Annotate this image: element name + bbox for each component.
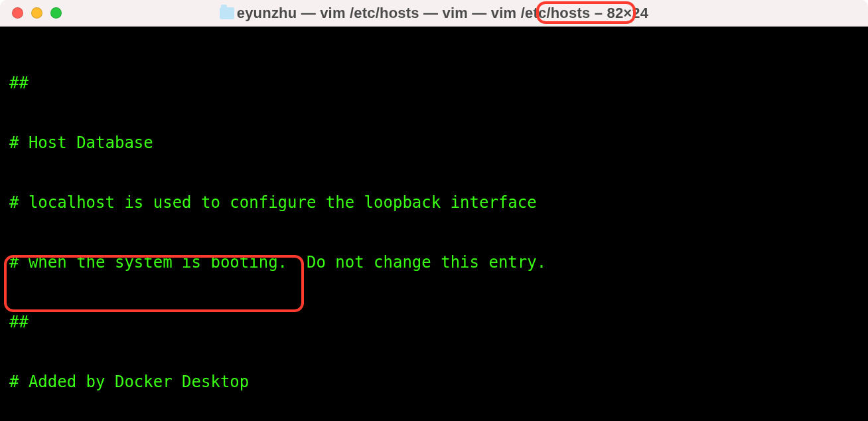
file-line: # localhost is used to configure the loo…: [9, 193, 859, 212]
maximize-button[interactable]: [50, 7, 62, 19]
file-line: # Added by Docker Desktop: [9, 372, 859, 392]
file-line: # when the system is booting. Do not cha…: [9, 252, 859, 272]
title-part-0: eyunzhu — vim /etc/hosts — vim — vim: [237, 5, 517, 22]
titlebar: eyunzhu — vim /etc/hosts — vim — vim /et…: [0, 0, 868, 27]
title-center: eyunzhu — vim /etc/hosts — vim — vim /et…: [0, 5, 868, 22]
terminal-body[interactable]: ## # Host Database # localhost is used t…: [0, 27, 868, 421]
file-line: ##: [9, 312, 859, 332]
folder-icon: [220, 7, 234, 19]
window-title: eyunzhu — vim /etc/hosts — vim — vim /et…: [220, 5, 649, 22]
minimize-button[interactable]: [31, 7, 42, 19]
title-part-2: – 82×24: [595, 5, 649, 22]
file-line: # Host Database: [9, 133, 859, 153]
file-line: ##: [9, 73, 859, 93]
close-button[interactable]: [12, 7, 23, 19]
title-part-1: /etc/hosts: [516, 5, 594, 22]
terminal-window: eyunzhu — vim /etc/hosts — vim — vim /et…: [0, 0, 868, 421]
traffic-lights: [12, 7, 62, 19]
